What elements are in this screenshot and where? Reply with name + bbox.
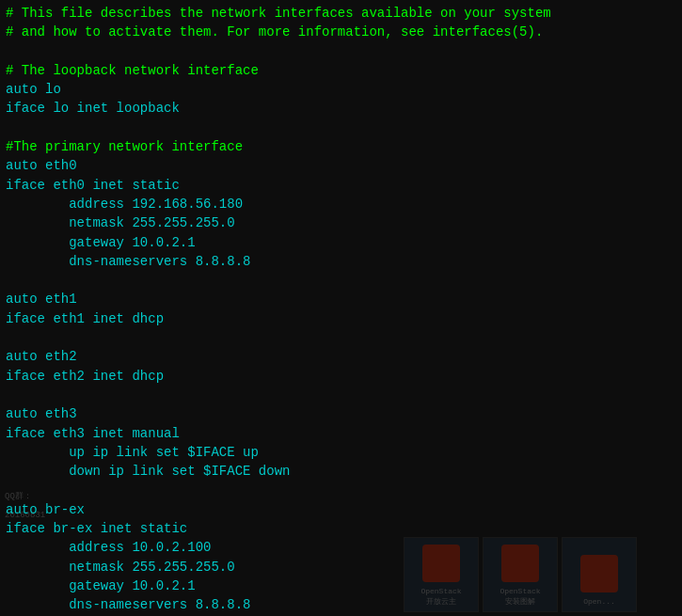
code-line-line19: auto eth2 (6, 347, 676, 366)
code-line-line22: auto eth3 (6, 404, 676, 423)
code-line-line2: # and how to activate them. For more inf… (6, 23, 676, 41)
code-line-line21 (6, 386, 676, 404)
code-line-line8: #The primary network interface (6, 137, 676, 156)
code-line-line5: auto lo (6, 80, 676, 99)
code-line-line4: # The loopback network interface (6, 61, 676, 80)
code-line-line24: up ip link set $IFACE up (6, 443, 676, 462)
code-line-line15 (6, 271, 676, 290)
code-line-line30: netmask 255.255.255.0 (6, 558, 676, 577)
code-line-line14: dns-nameservers 8.8.8.8 (6, 252, 676, 271)
code-line-line16: auto eth1 (6, 290, 676, 308)
code-line-line3 (6, 42, 676, 61)
code-line-line10: iface eth0 inet static (6, 176, 676, 195)
code-line-line27: auto br-ex (6, 500, 676, 519)
terminal-window: # This file describes the network interf… (0, 0, 682, 616)
code-line-line28: iface br-ex inet static (6, 519, 676, 538)
code-line-line9: auto eth0 (6, 156, 676, 175)
code-line-line18 (6, 328, 676, 347)
code-line-line13: gateway 10.0.2.1 (6, 233, 676, 252)
code-line-line11: address 192.168.56.180 (6, 195, 676, 213)
code-line-line12: netmask 255.255.255.0 (6, 213, 676, 232)
code-line-line25: down ip link set $IFACE down (6, 462, 676, 481)
code-line-line17: iface eth1 inet dhcp (6, 309, 676, 328)
code-line-line6: iface lo inet loopback (6, 99, 676, 118)
code-line-line23: iface eth3 inet manual (6, 424, 676, 443)
code-line-line1: # This file describes the network interf… (6, 4, 676, 23)
code-line-line20: iface eth2 inet dhcp (6, 367, 676, 386)
code-line-line31: gateway 10.0.2.1 (6, 577, 676, 595)
code-line-line32: dns-nameservers 8.8.8.8 (6, 595, 676, 614)
code-line-line26 (6, 481, 676, 499)
code-line-line29: address 10.0.2.100 (6, 538, 676, 557)
code-content: # This file describes the network interf… (6, 4, 676, 615)
code-line-line7 (6, 118, 676, 137)
